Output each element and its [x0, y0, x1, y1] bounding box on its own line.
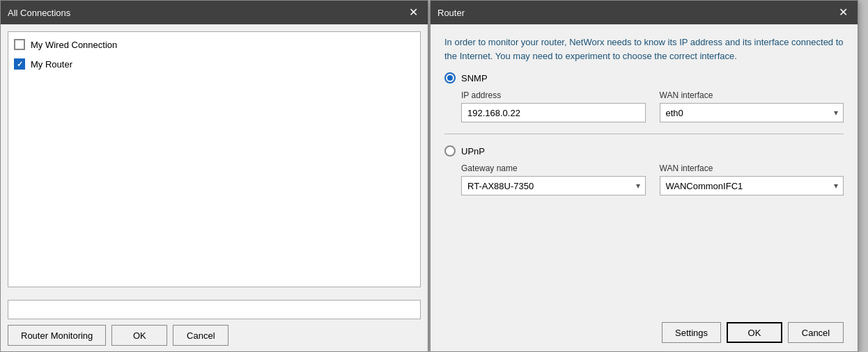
upnp-fields: Gateway name RT-AX88U-7350 WAN interface… — [461, 163, 844, 195]
left-dialog-content: My Wired Connection My Router — [1, 24, 428, 294]
router-checkbox[interactable] — [14, 58, 25, 70]
snmp-wan-label: WAN interface — [660, 90, 844, 100]
divider — [444, 134, 844, 134]
left-cancel-button[interactable]: Cancel — [173, 325, 228, 346]
right-titlebar: Router ✕ — [431, 1, 858, 24]
snmp-label: SNMP — [461, 73, 488, 83]
gateway-name-label: Gateway name — [461, 163, 646, 173]
snmp-radio-row[interactable]: SNMP — [444, 72, 844, 83]
right-dialog-title: Router — [437, 8, 465, 18]
left-dialog-title: All Connections — [8, 8, 70, 18]
connection-item-wired[interactable]: My Wired Connection — [8, 35, 420, 54]
upnp-radio-row[interactable]: UPnP — [444, 145, 844, 157]
left-titlebar: All Connections ✕ — [1, 1, 428, 24]
snmp-radio[interactable] — [444, 72, 456, 83]
upnp-wan-label: WAN interface — [660, 163, 844, 173]
bottom-input[interactable] — [8, 300, 421, 319]
router-info-text: In order to monitor your router, NetWorx… — [444, 35, 844, 63]
snmp-fields: IP address WAN interface eth0 eth1 wlan0 — [461, 90, 844, 122]
upnp-wan-select-wrapper: WANCommonIFC1 — [660, 176, 844, 195]
connections-list: My Wired Connection My Router — [8, 31, 421, 287]
right-dialog-content: In order to monitor your router, NetWorx… — [431, 24, 858, 317]
gateway-name-group: Gateway name RT-AX88U-7350 — [461, 163, 646, 195]
gateway-select-wrapper: RT-AX88U-7350 — [461, 176, 646, 195]
upnp-wan-select[interactable]: WANCommonIFC1 — [660, 176, 844, 195]
upnp-label: UPnP — [461, 146, 485, 157]
upnp-radio[interactable] — [444, 145, 456, 157]
router-monitoring-button[interactable]: Router Monitoring — [8, 325, 106, 346]
left-dialog-buttons: Router Monitoring OK Cancel — [8, 325, 421, 346]
snmp-wan-group: WAN interface eth0 eth1 wlan0 — [660, 90, 844, 122]
right-cancel-button[interactable]: Cancel — [788, 322, 844, 343]
upnp-wan-group: WAN interface WANCommonIFC1 — [660, 163, 844, 195]
right-ok-button[interactable]: OK — [727, 322, 782, 343]
settings-button[interactable]: Settings — [662, 322, 721, 343]
connection-item-router[interactable]: My Router — [8, 54, 420, 74]
upnp-section: UPnP Gateway name RT-AX88U-7350 WAN inte… — [444, 145, 844, 195]
wired-checkbox[interactable] — [14, 39, 25, 50]
snmp-section: SNMP IP address WAN interface eth0 eth1 — [444, 72, 844, 122]
left-ok-button[interactable]: OK — [111, 325, 167, 346]
gateway-name-select[interactable]: RT-AX88U-7350 — [461, 176, 646, 195]
router-dialog: Router ✕ In order to monitor your router… — [430, 0, 858, 352]
all-connections-dialog: All Connections ✕ My Wired Connection My… — [0, 0, 428, 352]
wired-label: My Wired Connection — [31, 40, 117, 50]
ip-address-input[interactable] — [461, 103, 646, 122]
right-close-button[interactable]: ✕ — [835, 5, 851, 20]
snmp-wan-select-wrapper: eth0 eth1 wlan0 — [660, 103, 844, 122]
right-dialog-buttons: Settings OK Cancel — [431, 317, 858, 351]
ip-address-group: IP address — [461, 90, 646, 122]
router-label: My Router — [31, 59, 72, 70]
left-dialog-bottom: Router Monitoring OK Cancel — [1, 294, 428, 351]
left-close-button[interactable]: ✕ — [405, 5, 421, 20]
snmp-wan-select[interactable]: eth0 eth1 wlan0 — [660, 103, 844, 122]
ip-address-label: IP address — [461, 90, 646, 100]
